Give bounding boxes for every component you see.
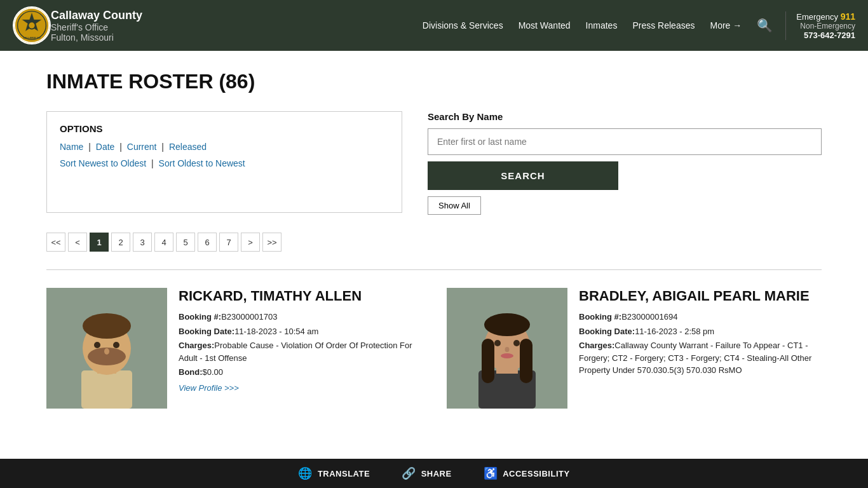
inmate-card-2: BRADLEY, ABIGAIL PEARL MARIE Booking #:B… — [447, 288, 822, 409]
agency-name: Callaway County — [51, 9, 423, 22]
site-header: CALLAWAY CO Callaway County Sheriff's Of… — [0, 0, 868, 51]
agency-location: Fulton, Missouri — [51, 32, 423, 43]
page-6[interactable]: 6 — [198, 233, 217, 252]
page-7[interactable]: 7 — [219, 233, 238, 252]
agency-sub: Sheriff's Office — [51, 22, 423, 32]
search-input[interactable] — [428, 128, 822, 155]
emergency-label: Emergency — [796, 12, 838, 22]
page-5[interactable]: 5 — [176, 233, 195, 252]
inmate-card: RICKARD, TIMATHY ALLEN Booking #:B230000… — [46, 288, 421, 409]
filter-name[interactable]: Name — [60, 142, 83, 152]
svg-point-24 — [513, 340, 520, 346]
options-title: OPTIONS — [60, 123, 389, 134]
filter-date[interactable]: Date — [96, 142, 115, 152]
page-title: INMATE ROSTER (86) — [46, 70, 822, 93]
inmate-name-2: BRADLEY, ABIGAIL PEARL MARIE — [579, 288, 822, 304]
sort-oldest[interactable]: Sort Oldest to Newest — [159, 158, 245, 168]
inmate-info-1: RICKARD, TIMATHY ALLEN Booking #:B230000… — [179, 288, 421, 393]
inmate-name-1: RICKARD, TIMATHY ALLEN — [179, 288, 421, 304]
svg-point-25 — [505, 347, 510, 352]
nav-more[interactable]: More → — [710, 20, 742, 30]
nav-inmates[interactable]: Inmates — [586, 20, 618, 30]
inmate-charges-2: Charges:Callaway County Warrant - Failur… — [579, 339, 822, 377]
main-content: INMATE ROSTER (86) OPTIONS Name | Date |… — [21, 51, 847, 459]
page-1[interactable]: 1 — [90, 233, 109, 252]
svg-point-15 — [104, 348, 109, 355]
filter-current[interactable]: Current — [127, 142, 157, 152]
inmate-charges-1: Charges:Probable Cause - Violation Of Or… — [179, 339, 421, 364]
agency-title-block: Callaway County Sheriff's Office Fulton,… — [51, 9, 423, 43]
filter-released[interactable]: Released — [169, 142, 207, 152]
filter-links: Name | Date | Current | Released — [60, 142, 389, 152]
nav-most-wanted[interactable]: Most Wanted — [519, 20, 571, 30]
svg-point-11 — [83, 313, 131, 339]
inmate-grid: RICKARD, TIMATHY ALLEN Booking #:B230000… — [46, 288, 822, 409]
main-nav: Divisions & Services Most Wanted Inmates… — [423, 20, 742, 30]
page-first[interactable]: << — [46, 233, 65, 252]
search-label: Search By Name — [428, 111, 822, 122]
sort-links: Sort Newest to Oldest | Sort Oldest to N… — [60, 158, 389, 168]
page-last[interactable]: >> — [262, 233, 281, 252]
page-2[interactable]: 2 — [111, 233, 130, 252]
search-button[interactable]: SEARCH — [428, 161, 618, 190]
nav-press-releases[interactable]: Press Releases — [632, 20, 695, 30]
roster-divider — [46, 269, 822, 270]
search-box: Search By Name SEARCH Show All — [428, 111, 822, 215]
svg-point-4 — [29, 22, 34, 28]
agency-logo: CALLAWAY CO — [13, 6, 51, 44]
inmate-bond-1: Bond:$0.00 — [179, 366, 421, 379]
inmate-booking-num-1: Booking #:B23000001703 — [179, 311, 421, 323]
svg-rect-8 — [81, 370, 132, 409]
inmate-booking-date-2: Booking Date:11-16-2023 - 2:58 pm — [579, 325, 822, 338]
svg-point-14 — [113, 342, 119, 348]
page-3[interactable]: 3 — [133, 233, 152, 252]
inmate-photo-2 — [447, 288, 567, 409]
svg-rect-21 — [520, 339, 532, 383]
inmate-booking-num-2: Booking #:B23000001694 — [579, 311, 822, 323]
page-next[interactable]: > — [241, 233, 260, 252]
svg-point-23 — [494, 340, 501, 346]
sort-newest[interactable]: Sort Newest to Oldest — [60, 158, 146, 168]
nav-divisions[interactable]: Divisions & Services — [423, 20, 503, 30]
show-all-button[interactable]: Show All — [428, 196, 481, 215]
non-emergency-label: Non-Emergency — [796, 22, 855, 30]
svg-text:CALLAWAY CO: CALLAWAY CO — [23, 37, 40, 39]
emergency-number: 911 — [841, 11, 855, 22]
inmate-info-2: BRADLEY, ABIGAIL PEARL MARIE Booking #:B… — [579, 288, 822, 379]
page-prev[interactable]: < — [68, 233, 87, 252]
inmate-photo-1 — [46, 288, 167, 409]
svg-point-13 — [94, 342, 100, 348]
options-search-row: OPTIONS Name | Date | Current | Released… — [46, 111, 822, 215]
pagination: << < 1 2 3 4 5 6 7 > >> — [46, 233, 822, 252]
options-box: OPTIONS Name | Date | Current | Released… — [46, 111, 402, 213]
svg-point-22 — [484, 313, 530, 336]
emergency-block: Emergency 911 Non-Emergency 573-642-7291 — [785, 11, 855, 40]
svg-rect-20 — [482, 339, 494, 383]
view-profile-1[interactable]: View Profile >>> — [179, 383, 239, 393]
non-emergency-number: 573-642-7291 — [796, 30, 855, 40]
header-search-button[interactable]: 🔍 — [757, 18, 773, 33]
footer-bar: 🌐 TRANSLATE 🔗 SHARE ♿ ACCESSIBILITY — [0, 459, 868, 459]
inmate-booking-date-1: Booking Date:11-18-2023 - 10:54 am — [179, 325, 421, 338]
page-4[interactable]: 4 — [154, 233, 173, 252]
svg-point-26 — [501, 353, 513, 358]
